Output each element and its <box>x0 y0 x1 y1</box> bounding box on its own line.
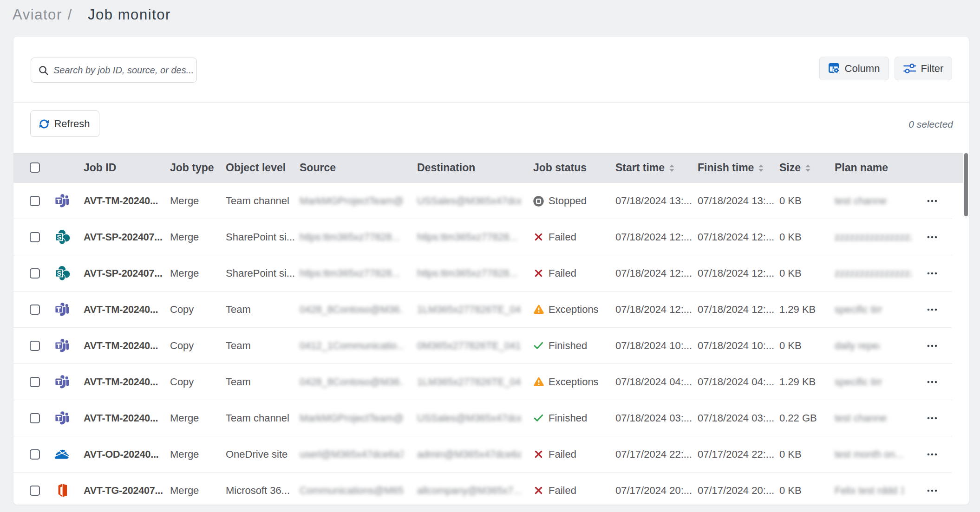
svg-text:S: S <box>57 233 61 241</box>
svg-text:S: S <box>57 270 61 277</box>
